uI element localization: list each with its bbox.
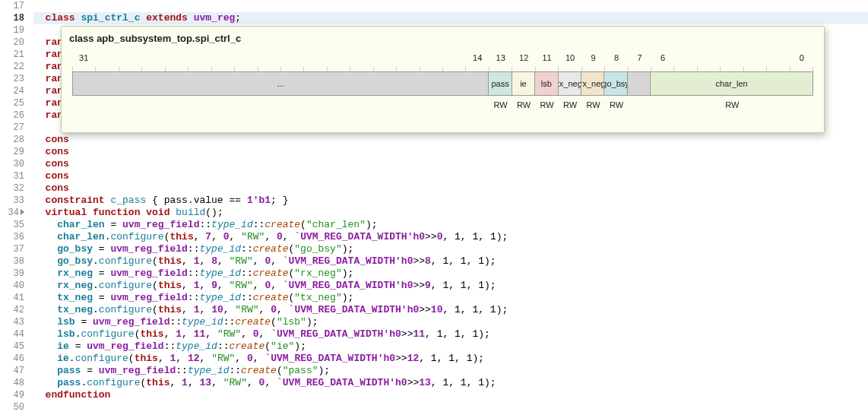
access-label: RW (535, 96, 558, 114)
line-number: 38 (0, 255, 24, 268)
register-field-go_bsy: go_bsy (604, 72, 627, 95)
code-line[interactable]: go_bsy = uvm_reg_field::type_id::create(… (33, 243, 868, 255)
register-field-rx_neg: rx_neg (581, 72, 604, 95)
line-number: 25 (0, 97, 24, 109)
register-field-reserved (628, 72, 651, 95)
bit-index-label: 6 (661, 53, 665, 62)
line-number: 50 (0, 401, 24, 413)
line-number: 31 (0, 170, 24, 182)
line-number: 26 (0, 109, 24, 122)
line-number: 20 (0, 36, 24, 49)
code-line[interactable]: virtual function void build(); (33, 207, 868, 219)
code-line[interactable]: rx_neg.configure(this, 1, 9, "RW", 0, `U… (33, 280, 868, 292)
code-line[interactable]: go_bsy.configure(this, 1, 8, "RW", 0, `U… (33, 255, 868, 268)
line-number-gutter: 1718192021222324252627282930313233343536… (0, 0, 29, 415)
bit-index-label: 9 (591, 53, 595, 62)
code-line[interactable]: pass.configure(this, 1, 13, "RW", 0, `UV… (33, 377, 868, 389)
code-line[interactable]: ie.configure(this, 1, 12, "RW", 0, `UVM_… (33, 353, 868, 365)
code-line[interactable]: char_len = uvm_reg_field::type_id::creat… (33, 219, 868, 231)
code-line[interactable]: cons (33, 146, 868, 158)
line-number: 21 (0, 49, 24, 61)
line-number: 41 (0, 292, 24, 304)
line-number: 27 (0, 122, 24, 134)
bit-index-label: 31 (79, 53, 88, 62)
bit-index-label: 10 (565, 53, 575, 62)
bit-index-label: 14 (473, 53, 482, 62)
register-field-tx_neg: tx_neg (559, 72, 581, 95)
bit-index-label: 11 (542, 53, 551, 62)
code-line[interactable]: cons (33, 158, 868, 170)
line-number: 32 (0, 182, 24, 195)
code-line[interactable] (33, 401, 868, 413)
line-number: 34 (0, 207, 24, 219)
bit-index-ruler: 06789101112131431 (72, 53, 813, 67)
code-line[interactable]: tx_neg = uvm_reg_field::type_id::create(… (33, 292, 868, 304)
line-number: 19 (0, 24, 24, 36)
line-number: 44 (0, 328, 24, 341)
line-number: 47 (0, 365, 24, 377)
line-number: 48 (0, 377, 24, 389)
code-line[interactable]: lsb = uvm_reg_field::type_id::create("ls… (33, 316, 868, 328)
bit-index-label: 8 (614, 53, 619, 62)
line-number: 36 (0, 231, 24, 243)
code-line[interactable]: rx_neg = uvm_reg_field::type_id::create(… (33, 268, 868, 280)
code-line[interactable]: lsb.configure(this, 1, 11, "RW", 0, `UVM… (33, 328, 868, 341)
tooltip-title: class apb_subsystem_top.spi_ctrl_c (69, 33, 816, 44)
bit-ticks (72, 67, 813, 71)
line-number: 30 (0, 158, 24, 170)
register-layout: 06789101112131431 ...passielsbtx_negrx_n… (72, 53, 813, 114)
access-label: RW (512, 96, 535, 114)
bit-fields: ...passielsbtx_negrx_neggo_bsychar_len (72, 71, 813, 96)
access-label: RW (489, 96, 512, 114)
access-label: RW (605, 96, 628, 114)
access-label (72, 96, 489, 114)
line-number: 29 (0, 146, 24, 158)
line-number: 35 (0, 219, 24, 231)
code-line[interactable]: constraint c_pass { pass.value == 1'b1; … (33, 195, 868, 207)
line-number: 28 (0, 134, 24, 146)
code-line[interactable]: cons (33, 170, 868, 182)
bit-index-label: 0 (800, 53, 804, 62)
access-row: RWRWRWRWRWRWRW (72, 96, 813, 114)
register-field-pass: pass (489, 72, 512, 95)
access-label: RW (559, 96, 581, 114)
code-line[interactable]: cons (33, 134, 868, 146)
line-number: 42 (0, 304, 24, 316)
code-line[interactable]: ie = uvm_reg_field::type_id::create("ie"… (33, 341, 868, 353)
line-number: 37 (0, 243, 24, 255)
bit-index-label: 12 (519, 53, 528, 62)
line-number: 22 (0, 61, 24, 73)
line-number: 45 (0, 341, 24, 353)
code-line[interactable] (33, 0, 868, 12)
register-tooltip: class apb_subsystem_top.spi_ctrl_c 06789… (61, 26, 825, 133)
register-field-ie: ie (512, 72, 535, 95)
code-line[interactable]: char_len.configure(this, 7, 0, "RW", 0, … (33, 231, 868, 243)
line-number: 49 (0, 389, 24, 401)
code-line[interactable]: pass = uvm_reg_field::type_id::create("p… (33, 365, 868, 377)
access-label: RW (581, 96, 604, 114)
code-line[interactable]: endfunction (33, 389, 868, 401)
access-label (628, 96, 651, 114)
line-number: 23 (0, 73, 24, 85)
line-number: 46 (0, 353, 24, 365)
line-number: 39 (0, 268, 24, 280)
line-number: 17 (0, 0, 24, 12)
code-line[interactable]: tx_neg.configure(this, 1, 10, "RW", 0, `… (33, 304, 868, 316)
code-line[interactable]: cons (33, 182, 868, 195)
access-label: RW (651, 96, 813, 114)
line-number: 33 (0, 195, 24, 207)
bit-index-label: 13 (496, 53, 505, 62)
line-number: 24 (0, 85, 24, 97)
register-field-char_len: char_len (651, 72, 813, 95)
line-number: 40 (0, 280, 24, 292)
code-line[interactable]: class spi_ctrl_c extends uvm_reg; (33, 12, 868, 24)
line-number: 18 (0, 12, 24, 24)
register-field-...: ... (73, 72, 489, 95)
line-number: 43 (0, 316, 24, 328)
bit-index-label: 7 (637, 53, 641, 62)
register-field-lsb: lsb (535, 72, 558, 95)
